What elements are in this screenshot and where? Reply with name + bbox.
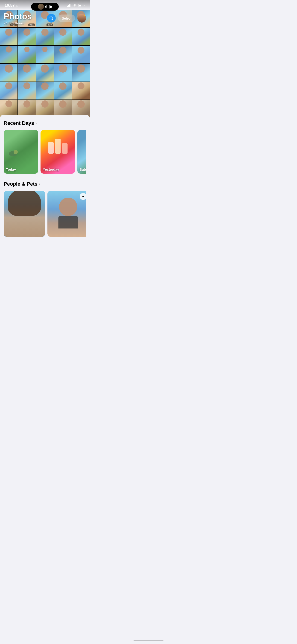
- person-card-2[interactable]: ♥: [48, 191, 86, 237]
- photo-cell[interactable]: [72, 64, 90, 81]
- svg-line-5: [52, 19, 53, 20]
- day-label-saturday: Saturday: [80, 168, 86, 171]
- photo-cell[interactable]: [36, 82, 54, 100]
- photo-cell[interactable]: [54, 64, 72, 81]
- location-icon: ▲: [16, 4, 18, 7]
- photo-cell[interactable]: [54, 28, 72, 45]
- profile-avatar[interactable]: [77, 14, 86, 22]
- photo-cell[interactable]: [72, 28, 90, 45]
- battery-icon: [78, 4, 85, 7]
- photo-cell[interactable]: [18, 28, 36, 45]
- people-scroll[interactable]: ♥: [4, 191, 86, 238]
- photo-cell[interactable]: [18, 46, 36, 63]
- people-pets-section: People & Pets › ♥: [0, 177, 90, 240]
- people-pets-title: People & Pets: [4, 181, 38, 187]
- day-card-saturday[interactable]: A Saturday: [77, 130, 86, 174]
- recent-days-arrow[interactable]: ›: [36, 121, 36, 125]
- avatar-notification-badge: [84, 14, 86, 16]
- svg-rect-3: [70, 4, 71, 7]
- waveform-icon: [45, 5, 52, 8]
- photo-cell[interactable]: [36, 28, 54, 45]
- svg-rect-2: [69, 4, 70, 7]
- status-bar: 16:57 ▲: [0, 0, 90, 10]
- photo-cell[interactable]: [0, 82, 18, 100]
- recent-days-title: Recent Days: [4, 120, 34, 126]
- heart-icon: ♥: [82, 195, 84, 198]
- heart-button[interactable]: ♥: [80, 193, 86, 200]
- signal-icon: [67, 4, 71, 7]
- search-icon: [49, 16, 54, 20]
- photo-cell[interactable]: [18, 64, 36, 81]
- main-content: Recent Days › Today Yesterday: [0, 115, 90, 264]
- photo-cell[interactable]: [72, 46, 90, 63]
- photo-cell[interactable]: [72, 82, 90, 100]
- photo-cell[interactable]: [54, 82, 72, 100]
- day-label-today: Today: [6, 168, 16, 171]
- header-area: 0:31 0:51 0:30: [0, 10, 90, 118]
- day-card-today[interactable]: Today: [4, 130, 38, 174]
- recent-days-section: Recent Days › Today Yesterday: [0, 115, 90, 177]
- status-right-icons: [67, 4, 85, 7]
- select-button[interactable]: Select: [58, 14, 75, 22]
- photos-title: Photos: [4, 12, 47, 21]
- photos-count: 24 639 Items: [4, 21, 47, 25]
- photo-cell[interactable]: [36, 64, 54, 81]
- header-overlay: Photos 24 639 Items Select: [0, 10, 90, 28]
- status-time: 16:57 ▲: [4, 3, 18, 8]
- photo-cell[interactable]: [18, 82, 36, 100]
- dynamic-island-avatar: [38, 4, 44, 10]
- person-card-1[interactable]: [4, 191, 45, 237]
- day-label-yesterday: Yesterday: [43, 168, 59, 171]
- day-card-yesterday[interactable]: Yesterday: [40, 130, 75, 174]
- photo-cell[interactable]: [54, 46, 72, 63]
- recent-days-scroll[interactable]: Today Yesterday A Saturday Friday: [4, 130, 86, 176]
- svg-rect-1: [68, 5, 69, 7]
- photos-title-block: Photos 24 639 Items: [4, 12, 47, 25]
- svg-rect-0: [67, 6, 68, 7]
- photo-cell[interactable]: [0, 64, 18, 81]
- people-pets-arrow[interactable]: ›: [39, 182, 40, 186]
- photo-cell[interactable]: [0, 46, 18, 63]
- photo-cell[interactable]: [36, 46, 54, 63]
- wifi-icon: [73, 4, 77, 7]
- dynamic-island: [31, 3, 59, 10]
- search-button[interactable]: [47, 14, 56, 22]
- photo-cell[interactable]: [0, 28, 18, 45]
